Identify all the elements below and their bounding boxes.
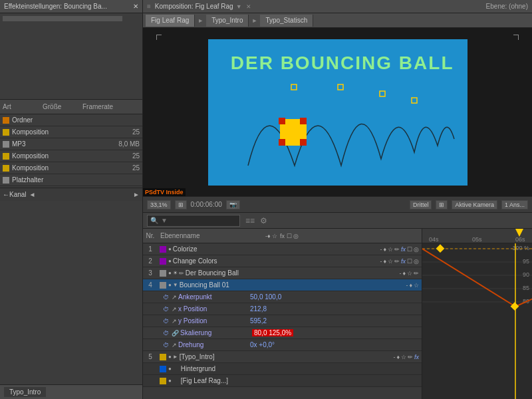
prop-row-xposition[interactable]: ⏱ ↗ x Position 212,8 — [143, 303, 422, 315]
typo-intro-layer-color — [160, 354, 166, 360]
layer-list-header: Nr. Ebenenname -♦ ☆ fx ☐ ◎ — [143, 229, 422, 243]
komposition1-fr: 25 — [132, 128, 140, 136]
kanal-right-arrow[interactable]: ► — [133, 191, 140, 198]
file-row-komposition1[interactable]: Komposition 25 — [0, 126, 142, 138]
prop-row-yposition[interactable]: ⏱ ↗ y Position 595,2 — [143, 315, 422, 327]
grid-btn[interactable]: ⊞ — [436, 200, 448, 209]
ankerpunkt-label: Ankerpunkt — [178, 293, 245, 301]
psytv-badge: PSdTV Inside — [143, 188, 186, 196]
comp-close-btn[interactable]: ✕ — [246, 3, 251, 10]
camera-icon-btn[interactable]: 📷 — [226, 200, 240, 209]
camera-view-btn[interactable]: Aktive Kamera — [452, 200, 497, 209]
tab-typo-intro[interactable]: Typo_Intro — [206, 15, 249, 27]
xpos-value[interactable]: 212,8 — [250, 305, 267, 313]
skal-value[interactable]: 80,0 125,0% — [252, 329, 293, 336]
hintergrund-eye[interactable]: ● — [168, 366, 172, 372]
ankerpunkt-value[interactable]: 50,0 100,0 — [250, 293, 281, 301]
layer-row-colorize[interactable]: 1 ● Colorize - ♦ ☆ ✏ fx ☐ ◎ — [143, 243, 422, 255]
search-input[interactable] — [161, 217, 237, 224]
effects-title-text: Effekteinstellungen: Bouncing Ba... — [4, 3, 107, 10]
svg-rect-17 — [511, 302, 519, 311]
timeline-area: 🔍 ≡≡ ⚙ Nr. Ebenenname -♦ ☆ fx ☐ ◎ — [143, 213, 532, 399]
typo-intro-tab[interactable]: Typo_Intro — [4, 387, 46, 397]
bb01-expand[interactable]: ▼ — [173, 282, 178, 288]
bb01-eye[interactable]: ● — [168, 282, 172, 288]
fit-btn[interactable]: ⊞ — [175, 200, 187, 209]
effects-panel: Effekteinstellungen: Bouncing Ba... ✕ Ar… — [0, 0, 143, 399]
skal-stopwatch[interactable]: ⏱ — [163, 330, 169, 336]
colorize-minus: - — [380, 246, 382, 253]
mp3-label: MP3 — [12, 140, 118, 148]
svg-rect-6 — [338, 84, 343, 90]
prop-row-drehung[interactable]: ⏱ ↗ Drehung 0x +0,0° — [143, 339, 422, 351]
typo-intro-eye[interactable]: ● — [168, 354, 172, 360]
effects-panel-content: Art Größe Framerate Ordner Komposition 2… — [0, 13, 142, 384]
file-row-mp3[interactable]: MP3 8,0 MB — [0, 138, 142, 150]
view-select[interactable]: Drittel — [410, 200, 432, 209]
flr-eye[interactable]: ● — [168, 378, 172, 384]
layer-row-change-colors[interactable]: 2 ● Change Colors - ♦ ☆ ✏ fx ☐ ◎ — [143, 255, 422, 267]
tab-typo-statisch-label: Typo_Statisch — [265, 17, 307, 24]
kanal-arrow[interactable]: ◄ — [29, 191, 36, 198]
comp-menu-icon[interactable]: ≡ — [147, 3, 151, 10]
layer-row-hintergrund[interactable]: ● Hintergrund — [143, 363, 422, 375]
timecode-display[interactable]: 0:00:06:00 — [191, 201, 222, 208]
kanal-label: ←Kanal — [3, 191, 27, 198]
file-row-ordner[interactable]: Ordner — [0, 114, 142, 126]
dbb-pencil: ✏ — [414, 270, 419, 277]
mp3-size: 8,0 MB — [118, 140, 140, 148]
der-bb-eye[interactable]: ● — [168, 270, 172, 276]
tab-fig-leaf-rag[interactable]: Fig Leaf Rag — [146, 15, 195, 27]
col-icons-header: -♦ ☆ fx ☐ ◎ — [264, 233, 422, 239]
dreh-label: Drehung — [178, 341, 245, 348]
file-row-komposition2[interactable]: Komposition 25 — [0, 150, 142, 162]
cc-diamond: ♦ — [383, 258, 386, 265]
dreh-value[interactable]: 0x +0,0° — [250, 341, 275, 348]
tl-top-controls: 🔍 ≡≡ ⚙ — [143, 213, 532, 229]
comp-title-arrow[interactable]: ▼ — [236, 3, 242, 10]
timeline-ruler: 04s 05s 06s 07s 08s — [422, 229, 532, 243]
bb01-color — [160, 282, 166, 289]
svg-rect-7 — [380, 91, 385, 96]
dbb-star: ☆ — [407, 270, 412, 277]
hintergrund-name: Hintergrund — [173, 365, 215, 372]
prop-row-skalierung[interactable]: ⏱ 🔗 Skalierung 80,0 125,0% — [143, 327, 422, 339]
arrow-typo-intro: ► — [198, 17, 203, 24]
xpos-label: x Position — [178, 305, 245, 313]
typo-intro-tab-label: Typo_Intro — [9, 388, 41, 396]
bouncing-ball-svg — [208, 79, 467, 186]
ypos-arrow: ↗ — [172, 318, 177, 325]
dreh-stopwatch[interactable]: ⏱ — [163, 342, 169, 348]
layer-row-fig-leaf-rag[interactable]: ● [Fig Leaf Rag...] — [143, 375, 422, 387]
ypos-stopwatch[interactable]: ⏱ — [163, 318, 169, 325]
layer-row-typo-intro[interactable]: 5 ● ► [Typo_Intro] - ♦ ☆ ✏ fx — [143, 351, 422, 363]
layer-row-der-bouncing-ball[interactable]: 3 ● ☀ ✏ Der Bouncing Ball - ♦ ☆ ✏ — [143, 267, 422, 279]
cc-star: ☆ — [388, 258, 393, 265]
xpos-stopwatch[interactable]: ⏱ — [163, 306, 169, 313]
layer-row-bouncing-ball-01[interactable]: 4 ● ▼ Bouncing Ball 01 - ♦ ☆ — [143, 279, 422, 291]
cc-box: ☐ — [407, 258, 412, 265]
view-num-btn[interactable]: 1 Ans... — [501, 200, 528, 209]
tl-script-icon[interactable]: ⚙ — [260, 216, 267, 225]
ypos-value[interactable]: 595,2 — [250, 317, 267, 325]
colorize-diamond: ♦ — [383, 246, 386, 253]
effects-close-btn[interactable]: ✕ — [133, 3, 138, 10]
dbb-minus: - — [399, 270, 401, 277]
ankerpunkt-stopwatch[interactable]: ⏱ — [163, 294, 169, 301]
file-row-platzhalter[interactable]: Platzhalter — [0, 174, 142, 186]
colorize-eye[interactable]: ● — [168, 246, 172, 252]
typo-intro-expand[interactable]: ► — [173, 354, 178, 360]
tl-options-icon[interactable]: ≡≡ — [245, 216, 255, 225]
bb01-diamond: ♦ — [409, 282, 412, 289]
file-row-komposition3[interactable]: Komposition 25 — [0, 162, 142, 174]
zoom-display[interactable]: 33,1% — [147, 200, 171, 209]
prop-row-ankerpunkt[interactable]: ⏱ ↗ Ankerpunkt 50,0 100,0 — [143, 291, 422, 303]
change-colors-eye[interactable]: ● — [168, 258, 172, 264]
search-bar[interactable]: 🔍 — [147, 215, 240, 227]
comp-icon1 — [3, 129, 9, 136]
tab-typo-statisch[interactable]: Typo_Statisch — [260, 15, 313, 27]
comp-tabs: Fig Leaf Rag ► Typo_Intro ► Typo_Statisc… — [143, 13, 532, 28]
komposition2-fr: 25 — [132, 152, 140, 160]
svg-rect-5 — [291, 84, 297, 90]
colorize-name: Colorize — [173, 245, 198, 253]
